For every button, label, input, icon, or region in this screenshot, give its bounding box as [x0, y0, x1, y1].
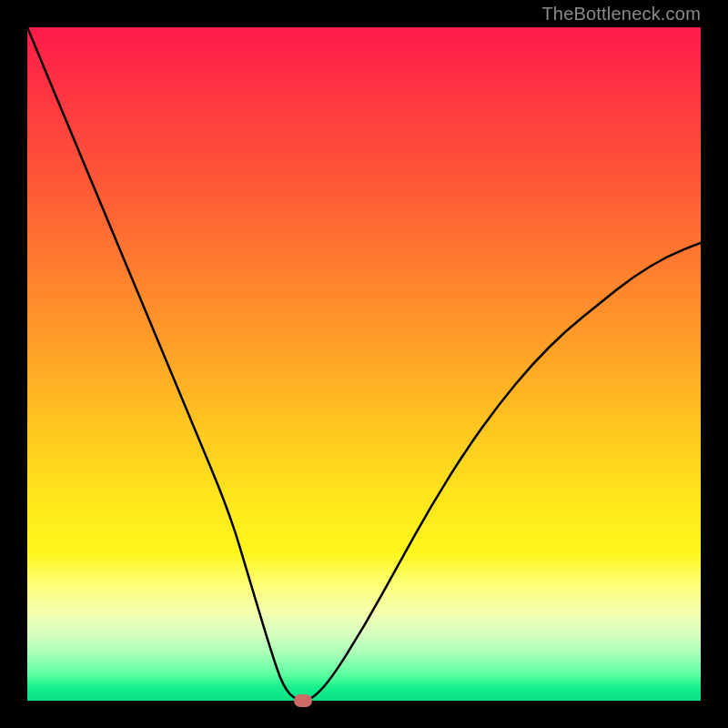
curve-svg	[27, 27, 701, 701]
optimum-marker	[294, 694, 312, 707]
plot-area	[27, 27, 701, 701]
bottleneck-curve-path	[27, 27, 701, 701]
watermark-text: TheBottleneck.com	[541, 4, 701, 25]
chart-frame: TheBottleneck.com	[0, 0, 728, 728]
